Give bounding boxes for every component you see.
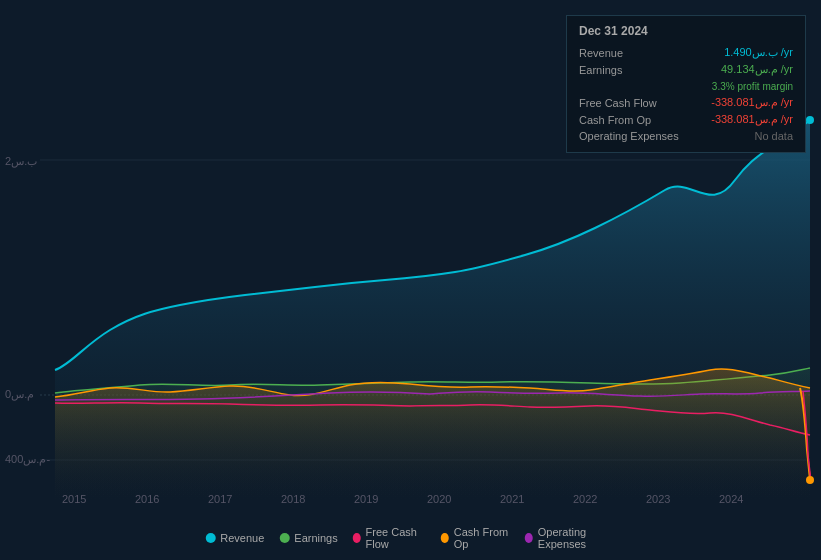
tooltip-opex-row: Operating Expenses No data (579, 128, 793, 144)
tooltip-fcf-label: Free Cash Flow (579, 97, 689, 109)
x-label-2018: 2018 (281, 493, 305, 505)
x-label-2023: 2023 (646, 493, 670, 505)
y-label-0: م.س0 (5, 388, 34, 401)
legend-earnings[interactable]: Earnings (279, 532, 337, 544)
y-label-400m: م.س400- (5, 453, 50, 466)
tooltip-cashop-row: Cash From Op -338.081م.س /yr (579, 111, 793, 128)
tooltip-earnings-value: 49.134م.س /yr (721, 63, 793, 76)
legend-revenue[interactable]: Revenue (205, 532, 264, 544)
svg-point-4 (806, 116, 814, 124)
legend-fcf[interactable]: Free Cash Flow (353, 526, 426, 550)
tooltip-cashop-label: Cash From Op (579, 114, 689, 126)
tooltip-card: Dec 31 2024 Revenue 1.490ب.س /yr Earning… (566, 15, 806, 153)
x-label-2024: 2024 (719, 493, 743, 505)
legend-cashop-label: Cash From Op (454, 526, 510, 550)
legend-earnings-dot (279, 533, 289, 543)
tooltip-fcf-value: -338.081م.س /yr (711, 96, 793, 109)
svg-point-5 (806, 476, 814, 484)
legend-opex[interactable]: Operating Expenses (525, 526, 616, 550)
tooltip-revenue-label: Revenue (579, 47, 689, 59)
legend-fcf-dot (353, 533, 361, 543)
x-label-2017: 2017 (208, 493, 232, 505)
legend-earnings-label: Earnings (294, 532, 337, 544)
x-label-2015: 2015 (62, 493, 86, 505)
y-label-2b: ب.س2 (5, 155, 37, 168)
tooltip-earnings-label: Earnings (579, 64, 689, 76)
x-label-2019: 2019 (354, 493, 378, 505)
tooltip-cashop-value: -338.081م.س /yr (711, 113, 793, 126)
legend-cashop-dot (441, 533, 449, 543)
tooltip-fcf-row: Free Cash Flow -338.081م.س /yr (579, 94, 793, 111)
tooltip-margin-row: 3.3% profit margin (579, 78, 793, 94)
chart-legend: Revenue Earnings Free Cash Flow Cash Fro… (205, 526, 616, 550)
legend-fcf-label: Free Cash Flow (366, 526, 427, 550)
x-label-2020: 2020 (427, 493, 451, 505)
tooltip-revenue-value: 1.490ب.س /yr (724, 46, 793, 59)
tooltip-revenue-row: Revenue 1.490ب.س /yr (579, 44, 793, 61)
legend-opex-label: Operating Expenses (538, 526, 616, 550)
x-label-2022: 2022 (573, 493, 597, 505)
tooltip-date: Dec 31 2024 (579, 24, 793, 38)
tooltip-earnings-row: Earnings 49.134م.س /yr (579, 61, 793, 78)
legend-revenue-dot (205, 533, 215, 543)
legend-revenue-label: Revenue (220, 532, 264, 544)
chart-container: ب.س2 م.س0 م.س400- 2015 2016 2017 2018 20… (0, 0, 821, 560)
legend-opex-dot (525, 533, 533, 543)
legend-cashop[interactable]: Cash From Op (441, 526, 510, 550)
x-label-2016: 2016 (135, 493, 159, 505)
tooltip-opex-value: No data (754, 130, 793, 142)
tooltip-margin-value: 3.3% profit margin (712, 81, 793, 92)
tooltip-opex-label: Operating Expenses (579, 130, 689, 142)
x-label-2021: 2021 (500, 493, 524, 505)
